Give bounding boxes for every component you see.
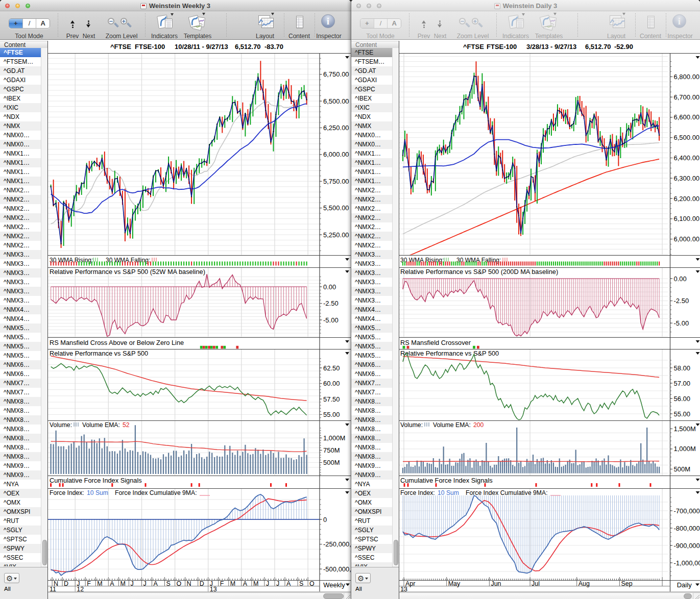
svg-text:-800,000,00: -800,000,00: [674, 525, 700, 532]
svg-text:62.50: 62.50: [323, 364, 340, 372]
svg-text:M: M: [120, 580, 125, 587]
svg-text:6,300.00: 6,300.00: [674, 174, 700, 182]
svg-text:-5.00: -5.00: [674, 319, 689, 327]
svg-text:1,500M: 1,500M: [674, 425, 696, 433]
svg-text:200: 200: [473, 421, 484, 429]
svg-text:6,750.00: 6,750.00: [323, 70, 349, 78]
svg-text:D: D: [200, 580, 204, 587]
svg-text:500M: 500M: [674, 465, 691, 473]
svg-text:Relative Performance vs S&P 50: Relative Performance vs S&P 500: [400, 350, 499, 357]
svg-text:Weekly: Weekly: [323, 581, 345, 589]
svg-text:N: N: [187, 580, 191, 587]
svg-text:0.00: 0.00: [674, 275, 687, 283]
svg-text:13: 13: [210, 586, 217, 593]
svg-text:6,250.00: 6,250.00: [323, 124, 349, 132]
svg-text:Sep: Sep: [621, 580, 632, 587]
svg-text:-500,000,00: -500,000,00: [323, 565, 351, 573]
svg-text:M: M: [97, 580, 102, 587]
svg-text:A: A: [154, 580, 158, 587]
svg-text:-1,000,000,: -1,000,000,: [674, 559, 700, 567]
svg-text:55.00: 55.00: [323, 411, 340, 418]
svg-text:M: M: [253, 580, 258, 587]
svg-text:6,400.00: 6,400.00: [674, 154, 700, 162]
svg-text:S: S: [166, 580, 171, 587]
svg-text:0.00: 0.00: [323, 283, 336, 291]
svg-text:Volume EMA:: Volume EMA:: [433, 421, 471, 429]
svg-text:12: 12: [77, 586, 84, 593]
svg-text:J: J: [276, 580, 279, 587]
svg-text:5,750.00: 5,750.00: [323, 178, 349, 185]
svg-text:Force Index:: Force Index:: [400, 489, 435, 496]
svg-text:Relative Performance vs S&P 50: Relative Performance vs S&P 500 (52W MA …: [50, 268, 205, 276]
svg-text:A: A: [286, 580, 291, 587]
svg-text:-700,000,00: -700,000,00: [674, 507, 700, 515]
svg-text:M: M: [230, 580, 235, 587]
svg-text:S: S: [299, 580, 303, 587]
svg-text:6,100.00: 6,100.00: [674, 215, 700, 222]
svg-text:Force Index Cumulative 9MA:: Force Index Cumulative 9MA:: [466, 489, 548, 496]
svg-text:Force Index:: Force Index:: [50, 489, 84, 496]
svg-text:Volume EMA:: Volume EMA:: [82, 421, 120, 429]
svg-text:56.00: 56.00: [674, 395, 691, 403]
svg-text:Jul: Jul: [532, 580, 540, 587]
svg-text:A: A: [110, 580, 114, 587]
svg-text:D: D: [64, 580, 68, 587]
svg-text:-2.50: -2.50: [674, 297, 689, 305]
svg-text:Cumulative Force Index Signals: Cumulative Force Index Signals: [50, 477, 142, 484]
svg-text:Force Index Cumulative 9MA:: Force Index Cumulative 9MA:: [115, 489, 197, 496]
svg-text:F: F: [87, 580, 91, 587]
svg-text:57.00: 57.00: [674, 380, 691, 387]
svg-text:RS Mansfield Crossover: RS Mansfield Crossover: [400, 339, 471, 346]
svg-text:Relative Performance vs S&P 50: Relative Performance vs S&P 500: [50, 350, 148, 357]
svg-text:-2.50: -2.50: [323, 300, 339, 307]
svg-text:-5.00: -5.00: [323, 316, 339, 324]
svg-text:58.00: 58.00: [674, 364, 691, 372]
svg-text:10 Sum: 10 Sum: [438, 489, 459, 496]
svg-text:O: O: [177, 580, 182, 587]
svg-text:O: O: [309, 580, 315, 587]
svg-text:Aug: Aug: [578, 580, 590, 587]
svg-text:1,000M: 1,000M: [323, 434, 345, 442]
svg-text:6,500.00: 6,500.00: [323, 97, 349, 105]
svg-text:F: F: [220, 580, 224, 587]
svg-text:6,200.00: 6,200.00: [674, 195, 700, 203]
svg-text:5,250.00: 5,250.00: [323, 231, 349, 239]
svg-text:0: 0: [323, 516, 327, 523]
svg-text:6,500.00: 6,500.00: [674, 134, 700, 141]
svg-text:A: A: [243, 580, 248, 587]
svg-text:RS Mansfield Cross Above or Be: RS Mansfield Cross Above or Below Zero L…: [50, 339, 184, 346]
svg-text:52: 52: [123, 421, 130, 429]
svg-text:Cumulative Force Index Signals: Cumulative Force Index Signals: [400, 477, 493, 484]
svg-text:10 Sum: 10 Sum: [87, 489, 108, 496]
svg-text:57.50: 57.50: [323, 395, 340, 403]
svg-text:750M: 750M: [323, 446, 340, 454]
svg-text:J: J: [143, 580, 147, 587]
svg-text:1,000M: 1,000M: [674, 445, 696, 453]
svg-text:J: J: [130, 580, 133, 587]
svg-text:11: 11: [50, 586, 56, 593]
svg-text:55.00: 55.00: [674, 410, 691, 418]
svg-text:6,600.00: 6,600.00: [674, 113, 700, 121]
svg-text:Volume:: Volume:: [400, 421, 423, 429]
svg-text:Volume:: Volume:: [50, 421, 72, 429]
svg-text:J: J: [266, 580, 269, 587]
svg-text:60.00: 60.00: [323, 380, 340, 387]
svg-text:Relative Performance vs S&P 50: Relative Performance vs S&P 500 (200D MA…: [400, 268, 558, 276]
svg-text:May: May: [448, 580, 461, 587]
svg-text:Daily: Daily: [677, 581, 692, 589]
svg-text:-250,000,00: -250,000,00: [323, 540, 351, 548]
svg-text:5,500.00: 5,500.00: [323, 204, 349, 212]
svg-text:6,000.00: 6,000.00: [323, 151, 349, 158]
svg-text:Jun: Jun: [491, 580, 501, 587]
svg-text:6,800.00: 6,800.00: [674, 73, 700, 81]
svg-text:500M: 500M: [323, 459, 340, 466]
svg-text:-900,000,00: -900,000,00: [674, 542, 700, 550]
svg-text:6,700.00: 6,700.00: [674, 93, 700, 101]
svg-text:6,000.00: 6,000.00: [674, 235, 700, 243]
